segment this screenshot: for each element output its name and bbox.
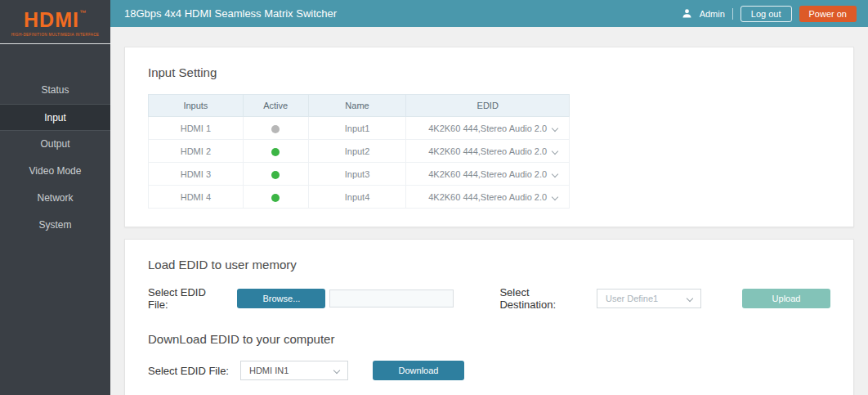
edid-select[interactable]: 4K2K60 444,Stereo Audio 2.0 xyxy=(406,163,570,186)
table-row: HDMI 2 Input2 4K2K60 444,Stereo Audio 2.… xyxy=(149,140,570,163)
power-button[interactable]: Power on xyxy=(799,6,857,22)
input-label: HDMI 4 xyxy=(149,186,244,209)
load-edid-title: Load EDID to user memory xyxy=(148,258,830,272)
page-title: 18Gbps 4x4 HDMI Seamless Matrix Switcher xyxy=(110,7,337,20)
edid-panel: Load EDID to user memory Select EDID Fil… xyxy=(124,239,854,395)
sidebar-menu: Status Input Output Video Mode Network S… xyxy=(0,77,110,239)
active-indicator xyxy=(271,194,280,202)
column-header-name: Name xyxy=(308,95,406,117)
input-name: Input3 xyxy=(308,163,406,186)
active-indicator xyxy=(271,171,280,179)
logout-button[interactable]: Log out xyxy=(740,6,792,22)
column-header-inputs: Inputs xyxy=(149,95,244,117)
download-edid-select[interactable]: HDMI IN1 xyxy=(240,361,348,380)
header: 18Gbps 4x4 HDMI Seamless Matrix Switcher… xyxy=(110,0,868,27)
input-label: HDMI 1 xyxy=(149,117,244,140)
download-button[interactable]: Download xyxy=(373,361,464,380)
input-name: Input2 xyxy=(308,140,406,163)
select-edid-file-label: Select EDID File: xyxy=(148,286,226,311)
edid-select[interactable]: 4K2K60 444,Stereo Audio 2.0 xyxy=(406,140,570,163)
hdmi-logo-tagline: HIGH-DEFINITION MULTIMEDIA INTERFACE xyxy=(7,33,104,37)
input-label: HDMI 2 xyxy=(149,140,244,163)
select-destination-label: Select Destination: xyxy=(499,286,585,311)
chevron-down-icon xyxy=(552,125,558,132)
load-edid-row: Select EDID File: Browse... Select Desti… xyxy=(148,286,830,311)
chevron-down-icon xyxy=(552,171,558,177)
column-header-edid: EDID xyxy=(406,95,570,117)
chevron-down-icon xyxy=(552,194,558,200)
chevron-down-icon xyxy=(552,148,558,155)
input-label: HDMI 3 xyxy=(149,163,244,186)
input-name: Input1 xyxy=(308,117,406,140)
input-setting-panel: Input Setting Inputs Active Name EDID HD… xyxy=(124,47,854,227)
sidebar: HDMI™ HIGH-DEFINITION MULTIMEDIA INTERFA… xyxy=(0,0,110,395)
table-header-row: Inputs Active Name EDID xyxy=(149,95,570,117)
edid-select[interactable]: 4K2K60 444,Stereo Audio 2.0 xyxy=(406,186,570,209)
sidebar-item-video-mode[interactable]: Video Mode xyxy=(0,158,110,185)
sidebar-item-output[interactable]: Output xyxy=(0,131,110,158)
chevron-down-icon xyxy=(687,295,693,302)
main-column: 18Gbps 4x4 HDMI Seamless Matrix Switcher… xyxy=(110,0,868,395)
table-row: HDMI 1 Input1 4K2K60 444,Stereo Audio 2.… xyxy=(149,117,570,140)
chevron-down-icon xyxy=(333,367,340,374)
column-header-active: Active xyxy=(243,95,308,117)
input-setting-title: Input Setting xyxy=(148,65,830,79)
sidebar-item-network[interactable]: Network xyxy=(0,185,110,212)
input-name: Input4 xyxy=(308,186,406,209)
user-icon xyxy=(682,8,692,19)
download-select-edid-file-label: Select EDID File: xyxy=(148,365,229,377)
upload-button[interactable]: Upload xyxy=(742,289,830,308)
divider xyxy=(732,8,733,20)
browse-button[interactable]: Browse... xyxy=(237,289,325,308)
active-indicator xyxy=(271,148,280,156)
hdmi-logo-text: HDMI™ xyxy=(7,10,104,30)
username: Admin xyxy=(700,9,725,19)
inputs-table: Inputs Active Name EDID HDMI 1 Input1 4K… xyxy=(148,94,570,209)
edid-file-input[interactable] xyxy=(329,290,454,307)
sidebar-item-status[interactable]: Status xyxy=(0,77,110,104)
sidebar-item-system[interactable]: System xyxy=(0,212,110,239)
app-root: HDMI™ HIGH-DEFINITION MULTIMEDIA INTERFA… xyxy=(0,0,868,395)
table-row: HDMI 4 Input4 4K2K60 444,Stereo Audio 2.… xyxy=(149,186,570,209)
download-edid-title: DownLoad EDID to your computer xyxy=(148,332,830,346)
active-indicator xyxy=(271,125,280,133)
table-row: HDMI 3 Input3 4K2K60 444,Stereo Audio 2.… xyxy=(149,163,570,186)
sidebar-item-input[interactable]: Input xyxy=(0,104,110,131)
user-box: Admin Log out Power on xyxy=(682,6,868,22)
content-area: Input Setting Inputs Active Name EDID HD… xyxy=(110,27,868,395)
trademark-symbol: ™ xyxy=(79,9,87,16)
destination-select[interactable]: User Define1 xyxy=(597,289,701,308)
hdmi-logo: HDMI™ HIGH-DEFINITION MULTIMEDIA INTERFA… xyxy=(0,0,110,44)
edid-select[interactable]: 4K2K60 444,Stereo Audio 2.0 xyxy=(406,117,570,140)
download-edid-row: Select EDID File: HDMI IN1 Download xyxy=(148,361,830,380)
